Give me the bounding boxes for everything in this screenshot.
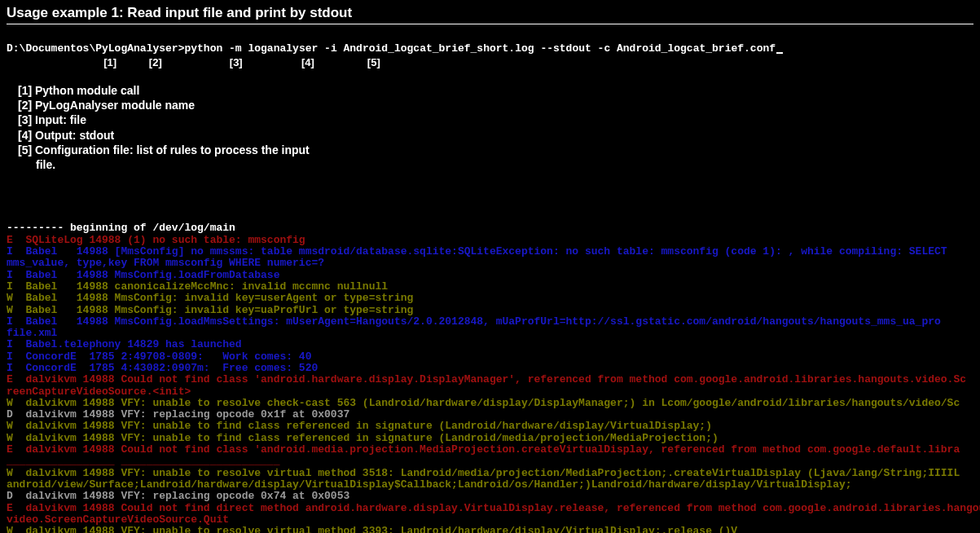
legend-4: [4] Output: stdout [18,128,973,143]
log-line: W dalvikvm 14988 VFY: unable to find cla… [7,432,719,444]
log-line: D dalvikvm 14988 VFY: replacing opcode 0… [7,490,349,502]
legend-3: [3] Input: file [18,112,973,127]
log-line: E dalvikvm 14988 Could not find class 'a… [7,373,966,385]
log-line: I ConcordE 1785 2:49708-0809: Work comes… [7,350,311,363]
page-title: Usage example 1: Read input file and pri… [7,3,973,24]
ref-5: [5] [367,56,380,68]
cmd-part-3: -i Android_logcat_brief_short.log [324,42,534,55]
ref-2: [2] [149,56,162,68]
log-line: D dalvikvm 14988 VFY: replacing opcode 0… [7,408,349,421]
cmd-part-4: --stdout [540,42,591,55]
log-line: I ConcordE 1785 4:43082:0907m: Free come… [7,362,318,374]
log-line: E dalvikvm 14988 Could not find direct m… [7,502,980,514]
log-line: mms_value, type,key FROM mmsconfig WHERE… [7,257,324,269]
log-line: --------- beginning of /dev/log/main [7,222,235,234]
log-line: W dalvikvm 14988 VFY: unable to resolve … [7,467,960,479]
log-output: --------- beginning of /dev/log/main E S… [7,211,973,533]
ref-1: [1] [103,56,116,68]
log-line: W Babel 14988 MmsConfig: invalid key=uaP… [7,304,413,316]
prompt: D:\Documentos\PyLogAnalyser> [7,42,184,55]
log-line: W Babel 14988 MmsConfig: invalid key=use… [7,292,413,304]
cursor-icon [776,52,783,54]
log-line: W dalvikvm 14988 VFY: unable to resolve … [7,397,960,409]
legend: [1] Python module call [2] PyLogAnalyser… [18,83,973,172]
command-line: D:\Documentos\PyLogAnalyser>python -m lo… [7,42,973,55]
log-line: android/view/Surface;Landroid/hardware/d… [7,478,852,491]
log-line: E SQLiteLog 14988 (1) no such table: mms… [7,234,305,246]
log-line: file.xml [7,327,57,339]
log-line: _________________ ______________________… [7,455,279,467]
cmd-part-5: -c Android_logcat_brief.conf [598,42,776,55]
log-line: I Babel 14988 MmsConfig.loadFromDatabase [7,269,279,281]
log-line: I Babel 14988 [MmsConfig] no mmssms: tab… [7,245,947,258]
log-line: video.ScreenCaptureVideoSource.Quit [7,513,229,526]
log-line: W dalvikvm 14988 VFY: unable to find cla… [7,420,712,432]
cmd-part-1: python -m [184,42,241,55]
legend-2: [2] PyLogAnalyser module name [18,98,973,112]
log-line: E dalvikvm 14988 Could not find class 'a… [7,443,960,456]
log-line: I Babel.telephony 14829 has launched [7,338,242,350]
legend-5b: file. [36,157,973,172]
ref-4: [4] [301,56,314,68]
log-line: reenCaptureVideoSource.<init> [7,385,191,398]
log-line: I Babel 14988 MmsConfig.loadMmsSettings:… [7,315,941,328]
log-line: W dalvikvm 14988 VFY: unable to resolve … [7,525,737,533]
reference-row: [1] [2] [3] [4] [5] [7,56,973,68]
legend-1: [1] Python module call [18,83,973,98]
log-line: I Babel 14988 canonicalizeMccMnc: invali… [7,280,388,293]
ref-3: [3] [230,56,243,68]
legend-5: [5] Configuration file: list of rules to… [18,143,973,157]
cmd-part-2: loganalyser [248,42,318,55]
